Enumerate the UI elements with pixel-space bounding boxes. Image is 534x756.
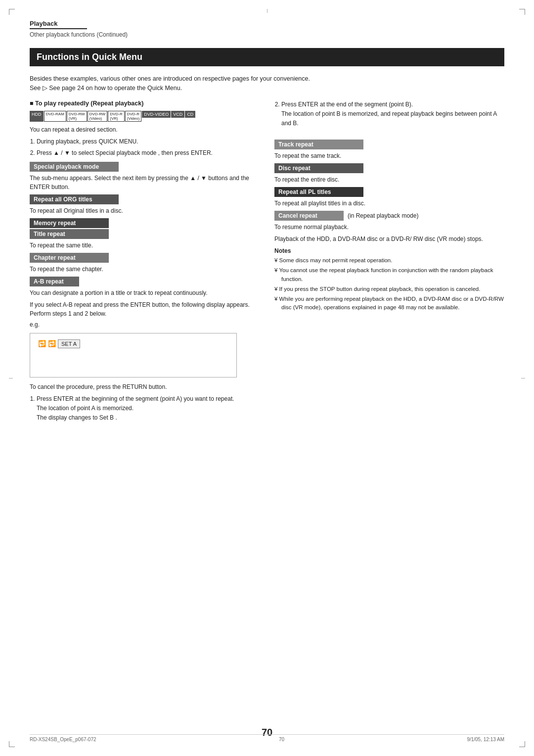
body1-text: You can repeat a desired section. — [30, 125, 260, 134]
ab-repeat-desc2: If you select A-B repeat and press the E… — [30, 300, 260, 318]
cancel-repeat-desc2: Playback of the HDD, a DVD-RAM disc or a… — [274, 235, 504, 243]
page-footer: RD-XS24SB_OpeE_p067-072 70 9/1/05, 12:13… — [30, 734, 504, 742]
repeat-heading: To play repeatedly (Repeat playback) — [30, 100, 260, 107]
right-column: Press ENTER at the end of the segment (p… — [274, 100, 504, 427]
step-2: Press ▲ / ▼ to select Special playback m… — [37, 148, 260, 158]
cancel-repeat-row: Cancel repeat (in Repeat playback mode) — [274, 211, 504, 221]
note-1: ¥ Some discs may not permit repeat opera… — [274, 256, 504, 265]
device-badges: HDD DVD-RAM DVD-RW(VR) DVD-RW(Video) DVD… — [30, 111, 260, 122]
subsection-title: Other playback functions (Continued) — [30, 31, 504, 38]
note-2: ¥ You cannot use the repeat playback fun… — [274, 266, 504, 284]
badge-dvdram: DVD-RAM — [44, 111, 66, 122]
chapter-repeat-desc: To repeat the same chapter. — [30, 265, 260, 274]
track-repeat-label: Track repeat — [274, 140, 363, 149]
ab-repeat-desc1: You can designate a portion in a title o… — [30, 288, 260, 297]
footer-left: RD-XS24SB_OpeE_p067-072 — [30, 737, 96, 742]
main-content: To play repeatedly (Repeat playback) HDD… — [30, 100, 504, 427]
badge-dvd-video: DVD-VIDEO — [142, 111, 171, 118]
badge-cd: CD — [185, 111, 195, 118]
repeat-all-org-label: Repeat all ORG titles — [30, 194, 119, 204]
repeat-pl-label: Repeat all PL titles — [274, 187, 363, 197]
eg-label: e.g. — [30, 321, 260, 328]
page-section-title: Functions in Quick Menu — [30, 48, 504, 66]
footer-center: 70 — [279, 737, 284, 742]
title-repeat-desc: To repeat the same title. — [30, 241, 260, 250]
ab-steps: Press ENTER at the beginning of the segm… — [30, 394, 260, 423]
intro-line2: See ▷ See page 24 on how to operate the … — [30, 85, 182, 92]
cancel-proc: To cancel the procedure, press the RETUR… — [30, 382, 260, 391]
badge-row-1: HDD DVD-RAM DVD-RW(VR) DVD-RW(Video) DVD… — [30, 111, 141, 122]
ab-step2: Press ENTER at the end of the segment (p… — [274, 100, 504, 129]
repeat-icons: 🔁 🔁 SET A — [38, 339, 228, 348]
repeat-all-org-desc: To repeat all Original titles in a disc. — [30, 206, 260, 215]
steps-list: During playback, press QUICK MENU. Press… — [30, 137, 260, 158]
note-3: ¥ If you press the STOP button during re… — [274, 285, 504, 293]
track-repeat-desc: To repeat the same track. — [274, 151, 504, 160]
step-1: During playback, press QUICK MENU. — [37, 137, 260, 146]
badge-dvdr-video: DVD-R(Video) — [125, 111, 142, 122]
title-repeat-label: Title repeat — [30, 229, 109, 239]
footer-right: 9/1/05, 12:13 AM — [467, 737, 504, 742]
repeat-icon: 🔁 — [38, 340, 46, 347]
eg-box: 🔁 🔁 SET A — [30, 333, 237, 378]
badge-dvdrw-vr: DVD-RW(VR) — [67, 111, 87, 122]
repeat-pl-desc: To repeat all playlist titles in a disc. — [274, 199, 504, 208]
notes-label: Notes — [274, 247, 504, 254]
special-playback-desc: The sub-menu appears. Select the next it… — [30, 174, 260, 191]
memory-repeat-label: Memory repeat — [30, 218, 109, 228]
left-column: To play repeatedly (Repeat playback) HDD… — [30, 100, 260, 427]
ab-repeat-label: A-B repeat — [30, 277, 79, 286]
badge-dvdr-vr: DVD-R(VR) — [108, 111, 124, 122]
chapter-repeat-label: Chapter repeat — [30, 253, 109, 263]
notes-section: Notes ¥ Some discs may not permit repeat… — [274, 247, 504, 312]
disc-repeat-desc: To repeat the entire disc. — [274, 175, 504, 184]
ab-step2-item: Press ENTER at the end of the segment (p… — [281, 100, 504, 129]
ab-step1: Press ENTER at the beginning of the segm… — [37, 394, 260, 423]
disc-repeat-label: Disc repeat — [274, 163, 363, 173]
header-section: Playback Other playback functions (Conti… — [30, 20, 504, 38]
cancel-repeat-desc1: To resume normal playback. — [274, 223, 504, 232]
note-4: ¥ While you are performing repeat playba… — [274, 295, 504, 312]
intro-line1: Besides these examples, various other on… — [30, 75, 310, 82]
badge-dvdrw-video: DVD-RW(Video) — [88, 111, 108, 122]
section-title: Playback — [30, 20, 87, 29]
badge-row-2: DVD-VIDEO VCD CD — [142, 111, 195, 118]
cancel-repeat-label: Cancel repeat — [274, 211, 344, 221]
badge-vcd: VCD — [171, 111, 184, 118]
intro-text: Besides these examples, various other on… — [30, 74, 504, 93]
badge-hdd: HDD — [30, 111, 44, 122]
special-playback-label: Special playback mode — [30, 162, 119, 172]
set-a-icon: SET A — [58, 339, 80, 348]
repeat-icon2: 🔁 — [48, 340, 56, 347]
cancel-repeat-suffix: (in Repeat playback mode) — [348, 212, 418, 219]
